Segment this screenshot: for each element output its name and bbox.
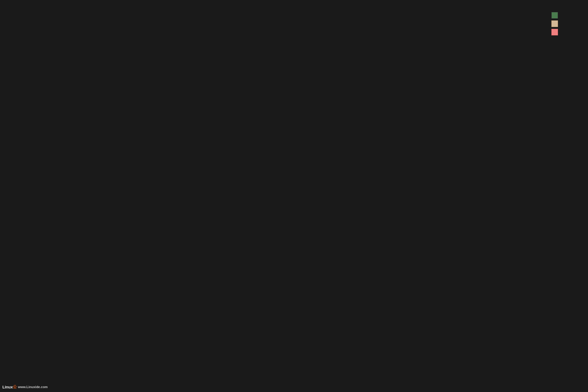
legend-pink [551, 29, 558, 35]
legend [551, 12, 558, 35]
legend-tan [551, 20, 558, 27]
watermark: Linux公 www.Linuxide.com [2, 384, 48, 390]
legend-green [551, 12, 558, 19]
